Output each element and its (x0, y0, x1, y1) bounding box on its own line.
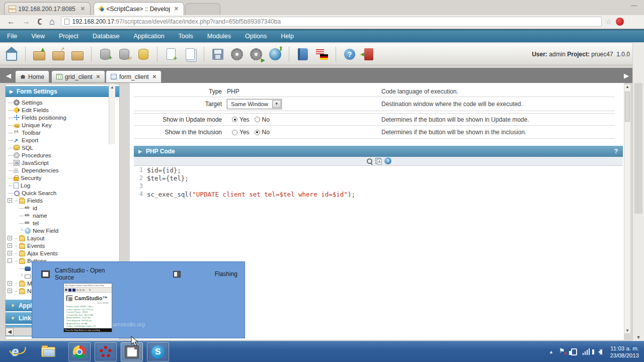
tab-close-icon[interactable]: ✕ (79, 6, 86, 12)
tree-item-settings[interactable]: —Settings (8, 99, 118, 106)
forward-icon[interactable]: → (22, 17, 30, 26)
menu-modules[interactable]: Modules (207, 33, 231, 40)
run-icon[interactable] (249, 47, 264, 62)
menu-application[interactable]: Application (133, 33, 164, 40)
tree-item-javascript[interactable]: —JavaScript (8, 159, 118, 166)
copy-application-icon[interactable] (183, 47, 198, 62)
radio-yes[interactable] (232, 130, 237, 135)
radio-yes[interactable] (232, 117, 237, 122)
language-flags-icon[interactable] (314, 47, 330, 62)
new-connection-icon[interactable]: + (98, 47, 113, 62)
exit-icon[interactable] (361, 47, 376, 62)
tab-close-icon[interactable]: ✕ (173, 6, 180, 12)
scroll-down-icon[interactable]: ▼ (624, 328, 630, 333)
target-select[interactable]: Same Window ▼ (227, 99, 282, 109)
tabs-scroll-left-icon[interactable]: ◀ (6, 72, 11, 79)
tree-item-dependencies[interactable]: —Dependencies (8, 166, 118, 174)
project-box-icon[interactable] (70, 47, 85, 62)
php-code-panel-header[interactable]: ▶ PHP Code ? (134, 146, 623, 157)
generate-icon[interactable] (229, 47, 245, 62)
chevron-down-icon[interactable]: ▼ (272, 100, 281, 108)
help-icon[interactable]: ? (342, 47, 357, 62)
tree-item-edit-fields[interactable]: —Edit Fields (8, 106, 118, 114)
radio-no[interactable] (255, 117, 260, 122)
radio-no[interactable] (255, 130, 260, 135)
form-settings-header[interactable]: ▶ Form Settings (6, 86, 119, 97)
collapse-icon[interactable]: - (8, 258, 12, 263)
tree-item-field-tel[interactable]: —tel (8, 219, 118, 227)
tree-item-layout[interactable]: +–Layout (8, 234, 118, 242)
expand-icon[interactable]: + (8, 198, 12, 203)
tree-item-quick-search[interactable]: —Quick Search (8, 189, 118, 197)
taskbar-chrome-icon[interactable] (68, 342, 91, 361)
camstudio-thumbnail[interactable]: File Region Options Tools Effects View H… (63, 283, 112, 332)
tree-item-export[interactable]: —Export (8, 136, 118, 144)
bookmark-star-icon[interactable]: ☆ (606, 18, 612, 26)
menu-tools[interactable]: Tools (179, 33, 193, 40)
menu-file[interactable]: File (7, 33, 17, 40)
save-icon[interactable] (210, 47, 225, 62)
sidebar-vertical-scrollbar[interactable]: ▲ (109, 84, 115, 144)
tabs-scroll-right-icon[interactable]: ▶ (624, 72, 629, 79)
export-project-icon[interactable] (51, 47, 66, 62)
url-bar[interactable]: 192.168.200.17:97/scriptcase/devel/iface… (61, 17, 602, 27)
expand-icon[interactable]: + (8, 251, 12, 255)
tab-form-client[interactable]: form_client ✕ (106, 70, 162, 83)
taskbar-explorer-icon[interactable] (37, 342, 59, 361)
tree-item-fields[interactable]: +–Fields (8, 197, 118, 204)
translate-icon[interactable] (375, 158, 382, 164)
clock[interactable]: 11:03 a. m. 23/08/2013 (610, 345, 639, 359)
expand-icon[interactable]: + (8, 236, 12, 240)
tree-item-security[interactable]: —Security (8, 174, 118, 182)
menu-view[interactable]: View (31, 33, 45, 40)
tree-item-fields-positioning[interactable]: —Fields positioning (8, 114, 118, 121)
new-application-icon[interactable] (164, 47, 179, 62)
expand-icon[interactable]: + (8, 289, 12, 293)
documentation-icon[interactable] (295, 47, 310, 62)
tree-item-new-field[interactable]: └New Field (8, 227, 118, 234)
volume-icon[interactable] (595, 349, 602, 355)
menu-project[interactable]: Project (59, 33, 78, 40)
expand-icon[interactable]: + (8, 281, 12, 286)
tree-item-log[interactable]: —Log (8, 182, 118, 189)
scroll-up-icon[interactable]: ▲ (624, 84, 630, 89)
tree-item-ajax-events[interactable]: +–Ajax Events (8, 249, 118, 257)
show-hidden-icons[interactable]: ▲ (549, 349, 553, 354)
browser-tab-phpmyadmin[interactable]: PMA 192.168.200.17:8085 / local ✕ (4, 2, 91, 15)
action-center-icon[interactable] (559, 348, 566, 355)
menu-database[interactable]: Database (93, 33, 120, 40)
panel-help-link[interactable]: ? (614, 148, 618, 155)
taskbar-skype-icon[interactable]: S (147, 342, 169, 361)
browser-home-icon[interactable]: ⌂ (49, 17, 55, 27)
back-icon[interactable]: ← (7, 17, 15, 26)
tab-close-icon[interactable]: ✕ (152, 74, 156, 79)
reload-icon[interactable]: C (37, 17, 42, 27)
database-icon[interactable] (136, 47, 151, 62)
tree-item-unique-key[interactable]: —Unique Key (8, 121, 118, 129)
scrollbar-thumb[interactable] (634, 83, 642, 214)
tree-item-events[interactable]: +–Events (8, 242, 118, 249)
tree-item-field-name[interactable]: —name (8, 212, 118, 219)
window-minimize-icon[interactable]: — (631, 2, 637, 9)
new-tab-button[interactable] (185, 3, 220, 15)
edit-connection-icon[interactable]: ✎ (117, 47, 132, 62)
tab-close-icon[interactable]: ✕ (96, 74, 100, 79)
browser-vertical-scrollbar[interactable]: ▼ (632, 43, 644, 342)
content-vertical-scrollbar[interactable]: ▲ ▼ (624, 84, 631, 334)
search-icon[interactable] (366, 158, 373, 164)
scroll-down-icon[interactable]: ▼ (633, 335, 644, 340)
expand-icon[interactable]: + (8, 243, 12, 248)
network-icon[interactable] (571, 348, 577, 355)
url-text[interactable]: 192.168.200.17:97/scriptcase/devel/iface… (72, 18, 281, 25)
tree-item-toolbar[interactable]: —Toolbar (8, 129, 118, 136)
menu-help[interactable]: Help (281, 33, 294, 40)
taskbar-camstudio-record-icon[interactable] (95, 342, 117, 361)
scrollbar-thumb[interactable] (625, 92, 630, 122)
deploy-icon[interactable] (268, 47, 283, 62)
scroll-left-icon[interactable]: ◀ (6, 328, 14, 336)
tree-item-sql[interactable]: —SQL (8, 144, 118, 151)
browser-tab-scriptcase[interactable]: <ScriptCase> :: Developm ✕ (94, 2, 184, 15)
tab-grid-client[interactable]: grid_client ✕ (51, 70, 105, 83)
tab-home[interactable]: Home (15, 70, 49, 83)
tree-item-field-id[interactable]: —id (8, 204, 118, 212)
